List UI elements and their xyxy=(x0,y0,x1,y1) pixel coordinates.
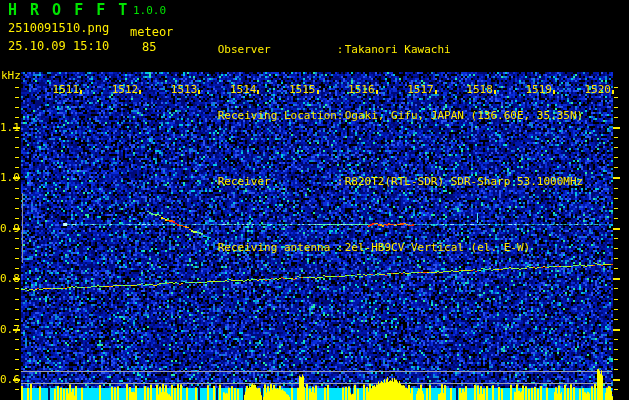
info-row-receiver: Receiver:R820T2(RTL-SDR) SDR-Sharp 53.10… xyxy=(178,161,583,201)
freq-tick-label-0.7: 0.7 xyxy=(0,323,14,336)
colon: : xyxy=(337,43,345,56)
observation-datetime: 25.10.09 15:10 xyxy=(8,39,109,53)
time-tick-label-1517: 1517 xyxy=(406,83,434,96)
info-row-antenna: Receiving antenna:2el-HB9CV Vertical (el… xyxy=(178,227,583,267)
output-filename: 2510091510.png xyxy=(8,21,109,35)
freq-tick-label-1.0: 1.0 xyxy=(0,171,14,184)
info-label: Observer xyxy=(218,43,337,56)
freq-tick-label-0.6: 0.6 xyxy=(0,373,14,386)
info-value: Ogaki, Gifu, JAPAN (136.60E, 35.35N) xyxy=(345,109,583,122)
hrofft-window: H R O F F T 1.0.0 2510091510.png meteor … xyxy=(0,0,629,400)
time-tick-label-1516: 1516 xyxy=(347,83,375,96)
info-value: R820T2(RTL-SDR) SDR-Sharp 53.1000MHz xyxy=(345,175,583,188)
info-label: Receiving Location xyxy=(218,109,337,122)
info-label: Receiving antenna xyxy=(218,241,337,254)
time-tick-label-1514: 1514 xyxy=(228,83,256,96)
info-label: Receiver xyxy=(218,175,337,188)
info-row-observer: Observer:Takanori Kawachi xyxy=(178,29,583,69)
info-value: Takanori Kawachi xyxy=(345,43,451,56)
echo-count: 85 xyxy=(142,40,156,54)
time-tick-label-1512: 1512 xyxy=(110,83,138,96)
info-value: 2el-HB9CV Vertical (el. E-W) xyxy=(345,241,530,254)
app-title: H R O F F T xyxy=(8,1,129,19)
station-info-block: Observer:Takanori Kawachi Receiving Loca… xyxy=(178,3,583,293)
colon: : xyxy=(337,109,345,122)
info-row-location: Receiving Location:Ogaki, Gifu, JAPAN (1… xyxy=(178,95,583,135)
freq-tick-label-0.9: 0.9 xyxy=(0,222,14,235)
freq-axis-unit: kHz xyxy=(1,69,21,82)
time-tick-label-1511: 1511 xyxy=(51,83,79,96)
time-tick-label-1518: 1518 xyxy=(465,83,493,96)
freq-tick-label-1.1: 1.1 xyxy=(0,121,14,134)
time-tick-label-1515: 1515 xyxy=(288,83,316,96)
time-tick-label-1519: 1519 xyxy=(524,83,552,96)
colon: : xyxy=(337,241,345,254)
app-version: 1.0.0 xyxy=(133,4,166,17)
colon: : xyxy=(337,175,345,188)
time-tick-label-1513: 1513 xyxy=(169,83,197,96)
observation-mode-label: meteor xyxy=(130,25,173,39)
time-tick-label-1520: 1520 xyxy=(583,83,611,96)
freq-tick-label-0.8: 0.8 xyxy=(0,272,14,285)
